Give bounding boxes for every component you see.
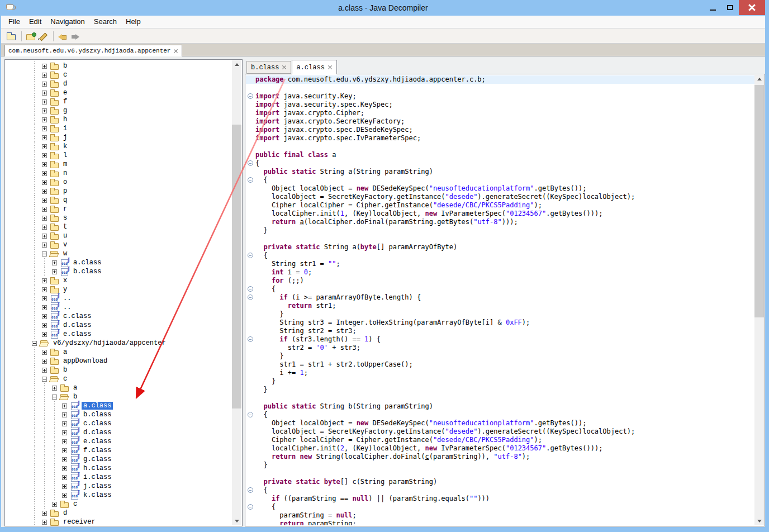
tree-item-f[interactable]: f <box>5 97 232 106</box>
editor-tab-b-class[interactable]: b.class <box>246 61 291 74</box>
tree-item-d[interactable]: d <box>5 509 232 517</box>
close-tab-icon[interactable] <box>282 65 287 70</box>
expand-icon[interactable] <box>62 412 67 417</box>
tree-item-f-class[interactable]: f.class <box>5 446 232 455</box>
tree-item-k[interactable]: k <box>5 142 232 151</box>
expand-icon[interactable] <box>62 439 67 444</box>
open-type-icon[interactable] <box>25 31 36 41</box>
expand-icon[interactable] <box>62 457 67 462</box>
tree-item-d-class[interactable]: d.class <box>5 428 232 437</box>
expand-icon[interactable] <box>62 403 67 408</box>
tree-item-s[interactable]: s <box>5 213 232 222</box>
tree-item-e-class[interactable]: e.class <box>5 437 232 446</box>
tree-item-i[interactable]: i <box>5 124 232 133</box>
tree-item-l[interactable]: l <box>5 151 232 160</box>
close-tab-icon[interactable] <box>327 65 333 70</box>
tree-item-j-class[interactable]: j.class <box>5 482 232 491</box>
expand-icon[interactable] <box>42 350 47 355</box>
code-link[interactable]: a <box>300 218 303 226</box>
tree-item-k-class[interactable]: k.class <box>5 491 232 500</box>
fold-collapse-icon[interactable] <box>248 412 253 417</box>
back-icon[interactable] <box>57 31 68 41</box>
fold-collapse-icon[interactable] <box>248 286 253 292</box>
expand-icon[interactable] <box>42 171 47 176</box>
tree-item-m[interactable]: m <box>5 160 232 169</box>
tree-item-receiver[interactable]: receiver <box>5 517 232 526</box>
tree-item-b-class[interactable]: b.class <box>5 410 232 419</box>
expand-icon[interactable] <box>42 108 47 113</box>
tree-item-t[interactable]: t <box>5 222 232 231</box>
expand-icon[interactable] <box>52 269 57 274</box>
tree-item-v[interactable]: v <box>5 240 232 249</box>
expand-icon[interactable] <box>42 82 47 87</box>
expand-icon[interactable] <box>42 64 47 69</box>
menu-navigation[interactable]: Navigation <box>46 16 89 28</box>
expand-icon[interactable] <box>42 198 47 203</box>
fold-collapse-icon[interactable] <box>248 253 253 258</box>
expand-icon[interactable] <box>42 225 47 230</box>
fold-collapse-icon[interactable] <box>248 93 253 99</box>
expand-icon[interactable] <box>42 144 47 149</box>
scroll-down-button[interactable] <box>232 516 241 525</box>
expand-icon[interactable] <box>42 234 47 239</box>
tree-item-y[interactable]: y <box>5 285 232 294</box>
expand-icon[interactable] <box>62 493 67 498</box>
tree-item-a[interactable]: a <box>5 348 232 357</box>
tree-item-n[interactable]: n <box>5 169 232 178</box>
expand-icon[interactable] <box>42 520 47 525</box>
tree-item-h[interactable]: h <box>5 115 232 124</box>
fold-collapse-icon[interactable] <box>248 160 253 166</box>
tree-item-c[interactable]: c <box>5 374 232 383</box>
tree-item-[interactable]: .. <box>5 303 232 312</box>
tree-scrollbar[interactable] <box>232 60 241 525</box>
close-button[interactable] <box>739 0 765 15</box>
tree-item-c-class[interactable]: c.class <box>5 312 232 321</box>
tab-appcenter-jar[interactable]: com.neusoft.edu.v6.ydszxy.hdjiaoda.appce… <box>4 45 182 56</box>
expand-icon[interactable] <box>42 153 47 158</box>
fold-collapse-icon[interactable] <box>248 504 253 510</box>
expand-icon[interactable] <box>42 332 47 337</box>
expand-icon[interactable] <box>42 189 47 194</box>
tree-item-c[interactable]: c <box>5 500 232 509</box>
tree-item-i-class[interactable]: i.class <box>5 473 232 482</box>
expand-icon[interactable] <box>52 260 57 265</box>
scroll-up-button[interactable] <box>754 75 764 84</box>
tree-item-[interactable]: .. <box>5 294 232 303</box>
collapse-icon[interactable] <box>52 395 57 400</box>
tree-item-appDownload[interactable]: appDownload <box>5 357 232 365</box>
tree-item-d[interactable]: d <box>5 79 232 88</box>
forward-icon[interactable] <box>69 31 80 41</box>
expand-icon[interactable] <box>42 135 47 140</box>
expand-icon[interactable] <box>42 216 47 221</box>
open-file-icon[interactable] <box>6 31 17 41</box>
menu-file[interactable]: File <box>4 16 25 28</box>
expand-icon[interactable] <box>42 287 47 292</box>
scroll-down-button[interactable] <box>754 516 764 525</box>
expand-icon[interactable] <box>42 359 47 364</box>
expand-icon[interactable] <box>62 484 67 489</box>
expand-icon[interactable] <box>62 475 67 480</box>
code-scrollbar[interactable] <box>754 75 764 525</box>
collapse-icon[interactable] <box>32 341 37 346</box>
tree-item-b-class[interactable]: b.class <box>5 267 232 276</box>
expand-icon[interactable] <box>42 207 47 212</box>
expand-icon[interactable] <box>42 511 47 516</box>
menu-search[interactable]: Search <box>89 16 121 28</box>
expand-icon[interactable] <box>62 430 67 435</box>
fold-collapse-icon[interactable] <box>248 177 253 183</box>
code-scrollbar-thumb[interactable] <box>754 85 764 317</box>
menu-edit[interactable]: Edit <box>25 16 46 28</box>
tree-item-b[interactable]: b <box>5 61 232 70</box>
expand-icon[interactable] <box>42 180 47 185</box>
expand-icon[interactable] <box>42 296 47 301</box>
fold-collapse-icon[interactable] <box>248 487 253 493</box>
expand-icon[interactable] <box>42 73 47 78</box>
fold-collapse-icon[interactable] <box>248 336 253 342</box>
collapse-icon[interactable] <box>42 251 47 256</box>
editor-tab-a-class[interactable]: a.class <box>292 60 336 74</box>
minimize-button[interactable] <box>704 0 721 15</box>
tree-item-w[interactable]: w <box>5 249 232 258</box>
expand-icon[interactable] <box>42 368 47 373</box>
expand-icon[interactable] <box>52 502 57 507</box>
tree-item-o[interactable]: o <box>5 178 232 187</box>
